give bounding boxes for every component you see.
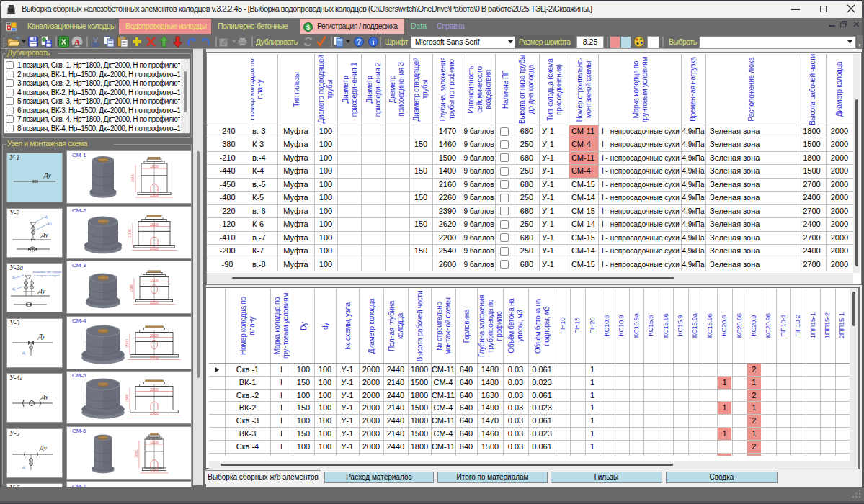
- svg-text:Ду: Ду: [43, 171, 51, 179]
- svg-text:d₂: d₂: [48, 221, 52, 225]
- svg-text:1500: 1500: [125, 394, 129, 402]
- svg-text:d₁: d₁: [22, 351, 26, 355]
- svg-text:2500: 2500: [150, 411, 159, 415]
- svg-text:d₁: d₁: [45, 215, 48, 219]
- svg-text:A: A: [74, 37, 80, 46]
- svg-text:1891: 1891: [134, 449, 138, 457]
- svg-text:Ду: Ду: [40, 393, 48, 400]
- svg-text:Ду: Ду: [37, 287, 45, 294]
- svg-text:1500: 1500: [150, 469, 159, 473]
- svg-text:Ду: Ду: [40, 231, 48, 238]
- svg-text:d₂: d₂: [12, 287, 16, 291]
- svg-text:i: i: [373, 38, 375, 46]
- svg-text:1500: 1500: [150, 278, 159, 282]
- svg-text:d₁: d₁: [22, 465, 26, 469]
- svg-text:2000: 2000: [150, 333, 159, 337]
- svg-text:2000: 2000: [150, 300, 159, 305]
- svg-text:1500: 1500: [150, 193, 159, 197]
- svg-text:с выпуска воздуха: с выпуска воздуха: [34, 274, 60, 277]
- svg-text:1000: 1000: [150, 440, 159, 444]
- svg-text:2500: 2500: [150, 355, 159, 359]
- svg-text:1500: 1500: [128, 228, 132, 237]
- svg-text:Ду: Ду: [37, 333, 45, 340]
- svg-text:1500: 1500: [125, 338, 129, 347]
- svg-text:1000: 1000: [150, 164, 159, 168]
- svg-text:1500: 1500: [129, 284, 133, 292]
- svg-text:1500: 1500: [150, 222, 159, 226]
- svg-text:Ду: Ду: [39, 444, 47, 451]
- svg-text:2000: 2000: [150, 387, 159, 392]
- svg-text:$: $: [306, 24, 310, 31]
- svg-text:d₁: d₁: [12, 275, 16, 279]
- svg-text:2000: 2000: [150, 246, 159, 250]
- svg-text:1500: 1500: [130, 174, 135, 182]
- svg-text:?: ?: [357, 38, 361, 46]
